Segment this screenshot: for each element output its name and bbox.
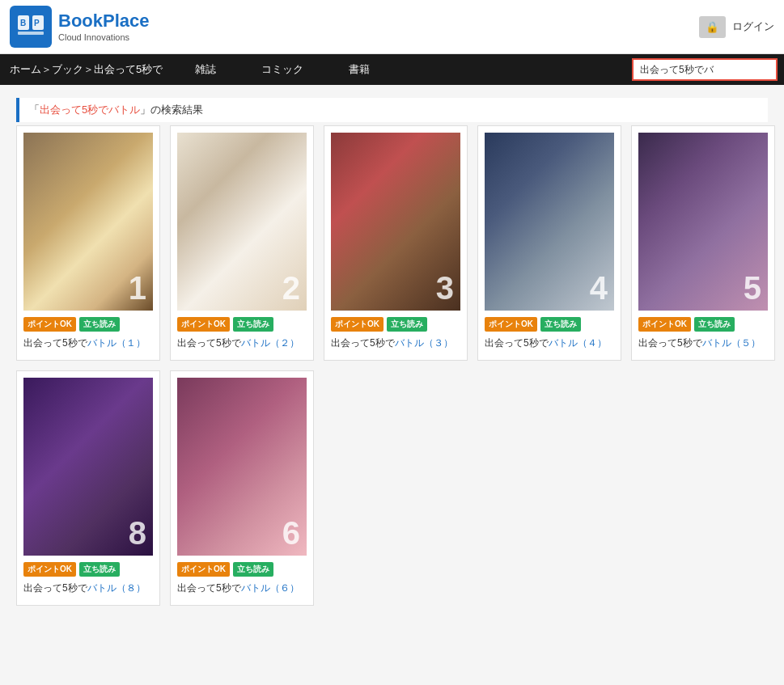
badges-3: ポイントOK 立ち読み bbox=[331, 317, 460, 332]
badge-point-6: ポイントOK bbox=[177, 562, 230, 577]
book-card-1: 1 ポイントOK 立ち読み 出会って5秒でバトル（１） bbox=[16, 125, 160, 361]
nav-left: ホーム＞ブック＞出会って5秒で 雑誌 コミック 書籍 bbox=[0, 54, 625, 85]
badge-point-3: ポイントOK bbox=[331, 317, 384, 332]
book-cover-5[interactable]: 5 bbox=[638, 133, 768, 311]
badge-read-2: 立ち読み bbox=[233, 317, 273, 332]
book-title-link-6[interactable]: バトル（６） bbox=[241, 582, 299, 594]
cover-art-5: 5 bbox=[638, 133, 768, 311]
login-button[interactable]: ログイン bbox=[732, 19, 774, 34]
search-title-text: 「出会って5秒でバトル」の検索結果 bbox=[29, 104, 203, 116]
nav-items: 雑誌 コミック 書籍 bbox=[172, 54, 392, 85]
search-title-bar: 「出会って5秒でバトル」の検索結果 bbox=[16, 98, 768, 122]
book-card-6: 6 ポイントOK 立ち読み 出会って5秒でバトル（６） bbox=[170, 370, 314, 606]
cover-art-2: 2 bbox=[177, 133, 307, 311]
cover-art-3: 3 bbox=[331, 133, 460, 311]
nav-search-area bbox=[625, 58, 784, 81]
book-title-link-8[interactable]: バトル（８） bbox=[87, 582, 146, 594]
badges-2: ポイントOK 立ち読み bbox=[177, 317, 307, 332]
badge-point-2: ポイントOK bbox=[177, 317, 230, 332]
badge-point-8: ポイントOK bbox=[23, 562, 76, 577]
lock-icon: 🔒 bbox=[706, 21, 719, 33]
badge-point-5: ポイントOK bbox=[638, 317, 691, 332]
book-title-5: 出会って5秒でバトル（５） bbox=[638, 336, 768, 350]
badges-5: ポイントOK 立ち読み bbox=[638, 317, 768, 332]
badge-point-4: ポイントOK bbox=[485, 317, 537, 332]
book-title-link-4[interactable]: バトル（４） bbox=[549, 337, 607, 349]
book-cover-4[interactable]: 4 bbox=[485, 133, 614, 311]
logo-area: B P Book Place Cloud Innovations bbox=[10, 6, 150, 48]
book-title-link-2[interactable]: バトル（２） bbox=[241, 337, 299, 349]
book-title-4: 出会って5秒でバトル（４） bbox=[485, 336, 614, 350]
badges-6: ポイントOK 立ち読み bbox=[177, 562, 307, 577]
logo-book-label: Book bbox=[58, 11, 103, 31]
breadcrumb: ホーム＞ブック＞出会って5秒で bbox=[0, 62, 172, 77]
book-title-2: 出会って5秒でバトル（２） bbox=[177, 336, 307, 350]
book-card-3: 3 ポイントOK 立ち読み 出会って5秒でバトル（３） bbox=[324, 125, 468, 361]
book-grid: 1 ポイントOK 立ち読み 出会って5秒でバトル（１） 2 ポイントOK 立ち読… bbox=[0, 125, 784, 606]
book-card-4: 4 ポイントOK 立ち読み 出会って5秒でバトル（４） bbox=[477, 125, 621, 361]
svg-text:B: B bbox=[20, 19, 26, 27]
badges-1: ポイントOK 立ち読み bbox=[23, 317, 153, 332]
badge-read-5: 立ち読み bbox=[694, 317, 735, 332]
cover-art-8: 8 bbox=[23, 378, 153, 556]
navigation-bar: ホーム＞ブック＞出会って5秒で 雑誌 コミック 書籍 bbox=[0, 54, 784, 85]
logo-icon: B P bbox=[10, 6, 52, 48]
book-cover-8[interactable]: 8 bbox=[23, 378, 153, 556]
book-row-2: 8 ポイントOK 立ち読み 出会って5秒でバトル（８） 6 ポイントOK 立ち読… bbox=[16, 370, 768, 606]
badge-point-1: ポイントOK bbox=[23, 317, 76, 332]
badge-read-3: 立ち読み bbox=[387, 317, 427, 332]
book-title-1: 出会って5秒でバトル（１） bbox=[23, 336, 153, 350]
badge-read-4: 立ち読み bbox=[540, 317, 581, 332]
book-row-1: 1 ポイントOK 立ち読み 出会って5秒でバトル（１） 2 ポイントOK 立ち読… bbox=[16, 125, 768, 361]
nav-item-books[interactable]: 書籍 bbox=[326, 54, 392, 85]
logo-cloud-label: Cloud Innovations bbox=[58, 32, 150, 42]
book-card-2: 2 ポイントOK 立ち読み 出会って5秒でバトル（２） bbox=[170, 125, 314, 361]
book-cover-6[interactable]: 6 bbox=[177, 378, 307, 556]
lock-button[interactable]: 🔒 bbox=[699, 16, 726, 38]
book-card-5: 5 ポイントOK 立ち読み 出会って5秒でバトル（５） bbox=[631, 125, 775, 361]
logo-text: Book Place Cloud Innovations bbox=[58, 11, 150, 42]
logo-place-label: Place bbox=[103, 11, 150, 31]
nav-item-magazine[interactable]: 雑誌 bbox=[172, 54, 239, 85]
badge-read-1: 立ち読み bbox=[79, 317, 120, 332]
cover-art-6: 6 bbox=[177, 378, 307, 556]
book-title-link-3[interactable]: バトル（３） bbox=[395, 337, 453, 349]
search-input[interactable] bbox=[632, 58, 778, 81]
book-cover-1[interactable]: 1 bbox=[23, 133, 153, 311]
book-title-link-1[interactable]: バトル（１） bbox=[87, 337, 146, 349]
book-title-link-5[interactable]: バトル（５） bbox=[702, 337, 761, 349]
book-title-plain-1: 出会って5秒で bbox=[23, 337, 87, 349]
book-title-8: 出会って5秒でバトル（８） bbox=[23, 581, 153, 595]
search-keyword: 出会って5秒でバトル bbox=[40, 104, 140, 116]
badge-read-6: 立ち読み bbox=[233, 562, 273, 577]
book-place-icon: B P bbox=[16, 12, 45, 41]
cover-art-1: 1 bbox=[23, 133, 153, 311]
cover-art-4: 4 bbox=[485, 133, 614, 311]
nav-item-comic[interactable]: コミック bbox=[239, 54, 326, 85]
search-result-section: 「出会って5秒でバトル」の検索結果 bbox=[0, 85, 784, 125]
badges-4: ポイントOK 立ち読み bbox=[485, 317, 614, 332]
svg-text:P: P bbox=[34, 19, 40, 27]
header: B P Book Place Cloud Innovations 🔒 ログイン bbox=[0, 0, 784, 54]
book-card-8: 8 ポイントOK 立ち読み 出会って5秒でバトル（８） bbox=[16, 370, 160, 606]
book-cover-2[interactable]: 2 bbox=[177, 133, 307, 311]
svg-rect-2 bbox=[18, 32, 44, 35]
book-cover-3[interactable]: 3 bbox=[331, 133, 460, 311]
badge-read-8: 立ち読み bbox=[79, 562, 120, 577]
book-title-6: 出会って5秒でバトル（６） bbox=[177, 581, 307, 595]
badges-8: ポイントOK 立ち読み bbox=[23, 562, 153, 577]
header-right: 🔒 ログイン bbox=[699, 16, 774, 38]
book-title-3: 出会って5秒でバトル（３） bbox=[331, 336, 460, 350]
